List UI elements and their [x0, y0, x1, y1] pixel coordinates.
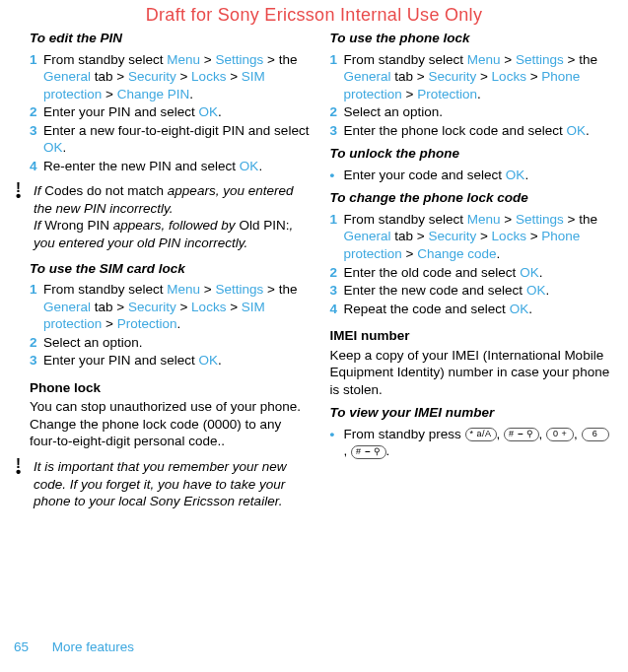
sep: >	[501, 52, 516, 67]
c: ,	[344, 443, 352, 458]
dot: .	[528, 302, 532, 316]
dot: .	[176, 316, 180, 331]
step-text: Enter the phone lock code and select OK.	[344, 122, 611, 140]
step-row: 3 Enter a new four-to-eight-digit PIN an…	[30, 122, 311, 157]
step-number: 3	[30, 122, 43, 157]
text: the	[279, 52, 298, 67]
left-column: To edit the PIN 1 From standby select Me…	[30, 24, 311, 518]
ui-path: Menu	[167, 282, 200, 297]
sep: >	[263, 52, 278, 67]
ui-path: Settings	[516, 52, 564, 67]
ui-path: Menu	[167, 52, 200, 67]
step-number: 4	[30, 158, 43, 175]
t: Repeat the code and select	[344, 302, 510, 316]
bullet-dot: •	[330, 167, 344, 184]
step-row: 2 Select an option.	[330, 103, 611, 121]
note-icon: !•	[16, 458, 34, 510]
step-row: 1 From standby select Menu > Settings > …	[330, 51, 611, 103]
ui-path: Security	[428, 69, 476, 84]
text: Enter your PIN and select	[43, 104, 199, 119]
step-row: 4 Repeat the code and select OK.	[330, 301, 611, 318]
c: ,	[539, 427, 547, 441]
page-body: To edit the PIN 1 From standby select Me…	[0, 0, 628, 518]
ui-path: General	[43, 300, 91, 314]
step-row: 1 From standby select Menu > Settings > …	[30, 51, 311, 103]
sep: >	[226, 300, 241, 314]
right-column: To use the phone lock 1 From standby sel…	[330, 24, 611, 518]
ui-path: Locks	[191, 69, 226, 84]
c: ,	[497, 427, 505, 441]
t: From standby select	[344, 52, 467, 67]
bullet-text: From standby press * a/A, # ‒ ⚲, 0 +, 6,…	[344, 426, 611, 460]
step-text: From standby select Menu > Settings > th…	[344, 51, 611, 103]
text: Enter a new four-to-eight-digit PIN and …	[43, 123, 309, 138]
sep: >	[501, 212, 516, 227]
t: the	[279, 282, 298, 297]
dot: .	[539, 265, 543, 280]
key-hash: # ‒ ⚲	[504, 428, 539, 441]
sep: >	[402, 246, 417, 261]
ui-path: OK	[566, 123, 586, 138]
heading-unlock: To unlock the phone	[330, 145, 611, 163]
ui-path: Menu	[467, 52, 501, 67]
ui-path: General	[344, 229, 391, 243]
footer-page-number: 65	[14, 639, 29, 654]
step-text: From standby select Menu > Settings > th…	[344, 211, 611, 263]
footer-section-title: More features	[52, 639, 134, 654]
bullet-row: • Enter your code and select OK.	[330, 167, 611, 184]
paragraph: You can stop unauthorized use of your ph…	[30, 398, 311, 450]
step-number: 3	[30, 352, 43, 370]
dot: .	[545, 283, 549, 298]
t: Old PIN:	[239, 218, 289, 233]
t: Codes do not match	[44, 183, 164, 198]
sep: >	[102, 316, 116, 331]
ui-path: Menu	[467, 212, 501, 227]
sep: >	[226, 69, 241, 84]
t: Enter the phone lock code and select	[344, 123, 567, 138]
ui-path: Change code	[417, 246, 496, 261]
step-text: Enter your PIN and select OK.	[43, 103, 311, 121]
t: tab >	[391, 229, 429, 243]
step-text: From standby select Menu > Settings > th…	[43, 51, 311, 103]
step-row: 1 From standby select Menu > Settings > …	[330, 211, 611, 263]
sep: >	[564, 52, 579, 67]
step-row: 2 Enter the old code and select OK.	[330, 264, 611, 282]
paragraph: Keep a copy of your IMEI (International …	[330, 347, 611, 399]
ui-path: Settings	[215, 282, 263, 297]
step-text: Enter the old code and select OK.	[344, 264, 611, 282]
ui-path: OK	[506, 168, 525, 182]
heading-sim-lock: To use the SIM card lock	[30, 260, 311, 278]
ui-path: Locks	[191, 300, 226, 314]
step-number: 2	[30, 103, 43, 121]
ui-path: OK	[43, 140, 63, 155]
step-text: Select an option.	[43, 334, 311, 352]
dot: .	[524, 168, 528, 182]
step-number: 1	[30, 281, 43, 333]
step-number: 4	[330, 301, 344, 318]
key-zero: 0 +	[546, 428, 574, 441]
subheading-imei: IMEI number	[330, 327, 611, 345]
step-number: 1	[330, 51, 344, 103]
bullet-dot: •	[330, 426, 344, 460]
ui-path: OK	[526, 283, 546, 298]
dot: .	[477, 87, 481, 101]
step-text: From standby select Menu > Settings > th…	[43, 281, 311, 333]
heading-change-code: To change the phone lock code	[330, 189, 611, 207]
note-text: It is important that you remember your n…	[34, 458, 311, 510]
note-block: !• It is important that you remember you…	[16, 458, 311, 510]
t: appears, followed by	[109, 218, 239, 233]
dot: .	[258, 159, 262, 173]
t: the	[579, 212, 597, 227]
step-text: Repeat the code and select OK.	[344, 301, 611, 318]
step-row: 3 Enter the phone lock code and select O…	[330, 122, 611, 140]
t: From standby press	[344, 427, 465, 441]
sep: >	[476, 229, 491, 243]
t: Enter the new code and select	[344, 283, 526, 298]
ui-path: Security	[128, 69, 176, 84]
footer: 65 More features	[14, 638, 134, 656]
step-text: Enter your PIN and select OK.	[43, 352, 311, 370]
step-number: 2	[30, 334, 43, 352]
t: If	[34, 183, 44, 198]
sep: >	[402, 87, 417, 101]
sep: >	[200, 52, 215, 67]
